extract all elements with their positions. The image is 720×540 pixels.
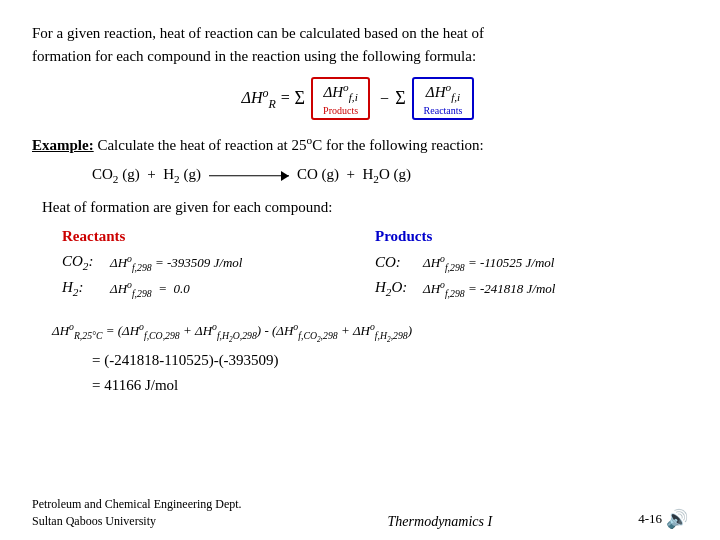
reactant-row-co2: CO2: ΔHof,298 = -393509 J/mol <box>62 253 375 273</box>
co-delta: ΔHof,298 = -110525 J/mol <box>423 253 554 273</box>
example-line: Example: Calculate the heat of reaction … <box>32 134 688 154</box>
minus-sign: − <box>380 90 389 108</box>
calc-line2: = 41166 J/mol <box>92 373 688 399</box>
footer-left: Petroleum and Chemical Engineering Dept.… <box>32 496 242 530</box>
reaction-arrow <box>209 169 289 183</box>
formula-box: ΔHoR = Σ ΔHof,i Products − Σ ΔHof,i Reac… <box>32 77 688 120</box>
products-header: Products <box>375 228 688 245</box>
footer-dept: Petroleum and Chemical Engineering Dept. <box>32 496 242 513</box>
reaction-equation: CO2 (g) + H2 (g) CO (g) + H2O (g) <box>92 166 688 185</box>
h2o-name: H2O: <box>375 279 417 298</box>
main-page: For a given reaction, heat of reaction c… <box>0 0 720 540</box>
co2-delta: ΔHof,298 = -393509 J/mol <box>110 253 242 273</box>
footer: Petroleum and Chemical Engineering Dept.… <box>0 496 720 530</box>
footer-course: Thermodynamics I <box>388 514 493 530</box>
calc-lines: = (-241818-110525)-(-393509) = 41166 J/m… <box>92 348 688 399</box>
products-term: ΔHof,i Products <box>311 77 370 120</box>
reactants-delta: ΔHof,i <box>426 81 460 103</box>
big-formula: ΔHoR,25°C = (ΔHof,CO,298 + ΔHof,H2O,298)… <box>52 321 412 344</box>
reactant-row-h2: H2: ΔHof,298 = 0.0 <box>62 279 375 299</box>
h2o-delta: ΔHof,298 = -241818 J/mol <box>423 279 555 299</box>
reactants-header: Reactants <box>62 228 375 245</box>
co2-name: CO2: <box>62 253 104 272</box>
reactants-label: Reactants <box>424 105 463 116</box>
two-col-data: Reactants CO2: ΔHof,298 = -393509 J/mol … <box>62 228 688 305</box>
co-name: CO: <box>375 254 417 271</box>
reactants-term: ΔHof,i Reactants <box>412 77 475 120</box>
col-reactants: Reactants CO2: ΔHof,298 = -393509 J/mol … <box>62 228 375 305</box>
products-label: Products <box>323 105 358 116</box>
example-text: Calculate the heat of reaction at 25oC f… <box>94 137 484 153</box>
page-number: 4-16 <box>638 511 662 527</box>
product-row-co: CO: ΔHof,298 = -110525 J/mol <box>375 253 688 273</box>
reaction-rhs: CO (g) + H2O (g) <box>297 166 411 185</box>
calc-line1: = (-241818-110525)-(-393509) <box>92 348 688 374</box>
formula-lhs: ΔHoR = <box>242 86 295 112</box>
intro-paragraph: For a given reaction, heat of reaction c… <box>32 22 688 67</box>
footer-univ: Sultan Qaboos University <box>32 513 242 530</box>
h2-delta: ΔHof,298 = 0.0 <box>110 279 190 299</box>
sigma1: Σ <box>295 88 305 109</box>
intro-line1: For a given reaction, heat of reaction c… <box>32 25 484 41</box>
heat-formation-header: Heat of formation are given for each com… <box>42 199 688 216</box>
sigma2: Σ <box>395 88 405 109</box>
product-row-h2o: H2O: ΔHof,298 = -241818 J/mol <box>375 279 688 299</box>
h2-name: H2: <box>62 279 104 298</box>
footer-right: 4-16 🔊 <box>638 508 688 530</box>
col-products: Products CO: ΔHof,298 = -110525 J/mol H2… <box>375 228 688 305</box>
big-formula-line: ΔHoR,25°C = (ΔHof,CO,298 + ΔHof,H2O,298)… <box>52 321 688 344</box>
example-prefix: Example: <box>32 137 94 153</box>
reaction-lhs: CO2 (g) + H2 (g) <box>92 166 201 185</box>
speaker-icon[interactable]: 🔊 <box>666 508 688 530</box>
intro-line2: formation for each compound in the react… <box>32 48 476 64</box>
products-delta: ΔHof,i <box>323 81 357 103</box>
